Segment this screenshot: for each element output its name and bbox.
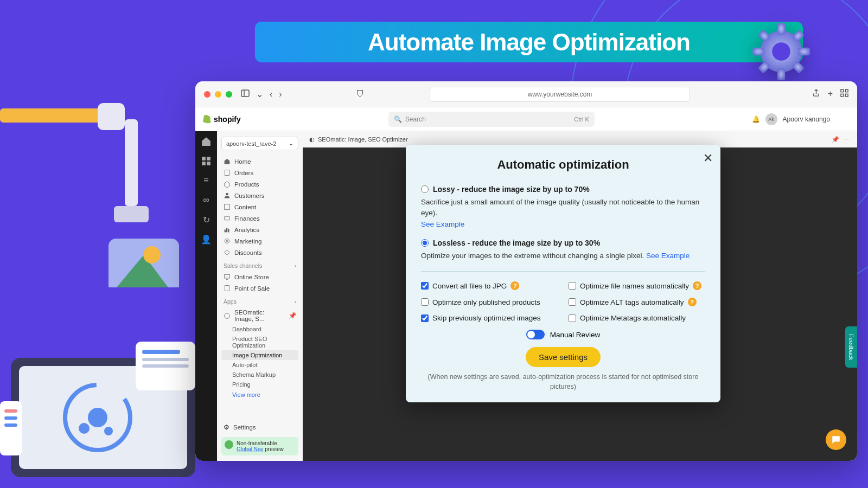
help-icon[interactable]: ? — [688, 298, 697, 306]
nav-pos[interactable]: Point of Sale — [221, 282, 298, 294]
radio-lossy[interactable] — [421, 185, 429, 193]
sub-product-seo[interactable]: Product SEO Optimization — [221, 334, 298, 350]
svg-rect-40 — [207, 162, 210, 165]
svg-point-48 — [225, 239, 229, 243]
chevron-right-icon[interactable]: › — [295, 262, 297, 269]
robot-arm-illustration — [0, 70, 184, 287]
hero-title: Automate Image Optimization — [368, 29, 690, 56]
browser-window: ⌄ ‹ › ⛉ www.yourwebsite.com + shopify 🔍 … — [195, 81, 857, 461]
nav-home[interactable]: Home — [221, 156, 298, 167]
svg-rect-51 — [225, 286, 229, 291]
sub-pricing[interactable]: Pricing — [221, 380, 298, 389]
rail-lines-icon[interactable]: ≡ — [201, 176, 211, 185]
svg-rect-39 — [202, 162, 206, 165]
lossless-label: Lossless - reduce the image size by up t… — [433, 239, 600, 247]
lossy-label: Lossy - reduce the image size by up to 7… — [433, 185, 590, 194]
nav-settings[interactable]: ⚙Settings — [221, 421, 298, 434]
browser-chrome: ⌄ ‹ › ⛉ www.yourwebsite.com + — [195, 81, 857, 107]
svg-rect-36 — [845, 94, 848, 97]
check-opt-alt[interactable] — [569, 298, 576, 306]
avatar[interactable]: Ak — [765, 113, 777, 125]
pin-icon[interactable]: 📌 — [289, 312, 296, 319]
nav-products[interactable]: Products — [221, 178, 298, 190]
hero-banner: Automate Image Optimization — [255, 22, 803, 62]
shopify-logo[interactable]: shopify — [202, 114, 241, 124]
manual-review-label: Manual Review — [550, 331, 600, 339]
nav-marketing[interactable]: Marketing — [221, 235, 298, 247]
search-input[interactable]: 🔍 Search Ctrl K — [388, 112, 595, 127]
see-example-lossy-link[interactable]: See Example — [421, 220, 464, 228]
user-name[interactable]: Apoorv kanungo — [783, 115, 830, 123]
share-icon[interactable] — [812, 89, 820, 99]
traffic-lights[interactable] — [204, 91, 232, 98]
bell-icon[interactable]: 🔔 — [752, 115, 760, 123]
back-icon[interactable]: ‹ — [270, 89, 272, 99]
sidebar-toggle-icon[interactable] — [241, 89, 250, 100]
svg-rect-10 — [0, 108, 108, 123]
svg-rect-43 — [225, 204, 230, 210]
sub-image-optimization[interactable]: Image Optmization — [221, 350, 298, 360]
sidebar: apoorv-test_rave-2⌄ Home Orders Products… — [217, 131, 303, 461]
section-apps: Apps› — [221, 294, 298, 307]
nav-content[interactable]: Content — [221, 201, 298, 213]
help-icon[interactable]: ? — [510, 281, 519, 290]
nav-customers[interactable]: Customers — [221, 190, 298, 201]
nav-analytics[interactable]: Analytics — [221, 224, 298, 235]
check-opt-meta[interactable] — [569, 314, 576, 322]
feedback-tab[interactable]: Feedback — [845, 326, 857, 368]
svg-point-9 — [772, 42, 790, 61]
svg-point-21 — [79, 423, 90, 434]
rail-refresh-icon[interactable]: ↻ — [201, 215, 211, 224]
store-selector[interactable]: apoorv-test_rave-2⌄ — [221, 137, 298, 150]
nav-discounts[interactable]: Discounts — [221, 247, 298, 258]
rail-link-icon[interactable]: ∞ — [201, 195, 211, 205]
address-bar[interactable]: www.yourwebsite.com — [430, 87, 690, 102]
sub-autopilot[interactable]: Auto-pilot — [221, 360, 298, 370]
rail-home-icon[interactable] — [201, 137, 211, 146]
svg-rect-37 — [202, 157, 206, 160]
svg-rect-34 — [845, 89, 848, 92]
chevron-down-icon[interactable]: ⌄ — [256, 89, 263, 99]
global-nav-link[interactable]: Global Nav — [237, 446, 263, 452]
tabs-icon[interactable] — [840, 89, 848, 99]
shield-icon[interactable]: ⛉ — [356, 89, 365, 99]
radio-lossless[interactable] — [421, 239, 429, 247]
new-tab-icon[interactable]: + — [828, 89, 833, 99]
modal-note: (When new settings are saved, auto-optim… — [421, 373, 705, 391]
nav-seomatic-app[interactable]: SEOmatic: Image, S...📌 — [221, 307, 298, 324]
optimization-modal: ✕ Automatic optimization Lossy - reduce … — [406, 145, 720, 402]
svg-rect-44 — [225, 216, 230, 220]
search-icon: 🔍 — [394, 115, 402, 123]
svg-point-42 — [226, 193, 228, 196]
see-example-lossless-link[interactable]: See Example — [646, 252, 690, 260]
chevron-right-icon[interactable]: › — [295, 298, 297, 305]
check-opt-filenames[interactable] — [569, 282, 576, 290]
svg-rect-2 — [777, 68, 785, 80]
nav-online-store[interactable]: Online Store — [221, 271, 298, 282]
view-more-link[interactable]: View more — [221, 389, 298, 400]
save-button[interactable]: Save settings — [526, 347, 601, 367]
badge-dot-icon — [225, 440, 233, 449]
nav-finances[interactable]: Finances — [221, 213, 298, 224]
forward-icon[interactable]: › — [279, 89, 282, 99]
sub-schema[interactable]: Schema Markup — [221, 370, 298, 380]
rail-grid-icon[interactable] — [201, 156, 211, 166]
svg-point-52 — [225, 313, 230, 318]
close-icon[interactable]: ✕ — [703, 151, 713, 165]
sub-dashboard[interactable]: Dashboard — [221, 324, 298, 334]
svg-rect-1 — [777, 23, 785, 35]
svg-rect-47 — [228, 229, 229, 233]
svg-rect-41 — [225, 170, 229, 176]
check-convert-jpg[interactable] — [421, 282, 429, 290]
gear-icon: ⚙ — [224, 423, 229, 431]
pin-icon[interactable]: 📌 — [832, 136, 839, 143]
check-skip-optimized[interactable] — [421, 314, 429, 322]
more-icon[interactable]: ⋯ — [845, 136, 851, 143]
nav-orders[interactable]: Orders — [221, 167, 298, 178]
rail-user-icon[interactable]: 👤 — [201, 234, 211, 244]
help-icon[interactable]: ? — [693, 281, 701, 290]
svg-point-20 — [88, 408, 107, 427]
check-only-published[interactable] — [421, 298, 429, 306]
manual-review-toggle[interactable] — [526, 330, 545, 339]
chat-icon[interactable] — [826, 429, 846, 450]
